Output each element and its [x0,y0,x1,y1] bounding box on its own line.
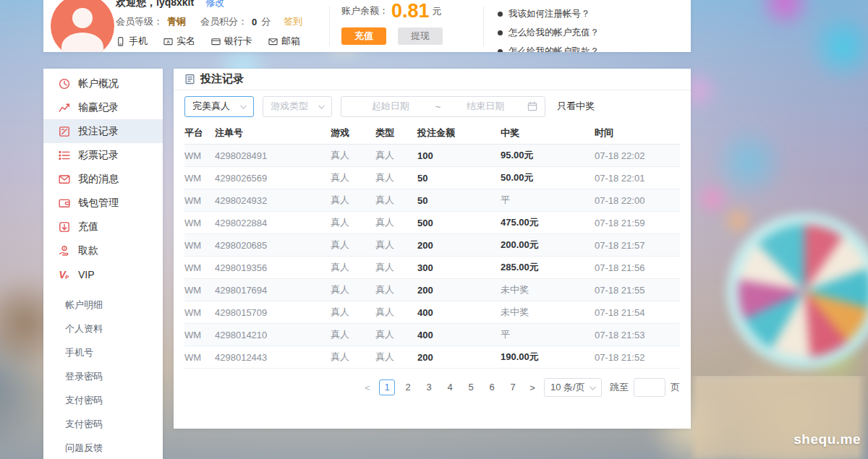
sidebar-item-label: VIP [78,269,95,280]
deposit-button[interactable]: 充值 [341,27,386,45]
order-id-cell: 4298024932 [215,195,331,206]
type-cell: 真人 [375,328,417,341]
column-header: 注单号 [215,126,331,140]
column-header: 类型 [375,126,417,140]
sidebar-item-label: 投注记录 [78,125,119,138]
table-row: WM4298015709真人真人400未中奖07-18 21:54 [184,301,680,324]
page-button-7[interactable]: 7 [505,379,521,395]
table-row: WM4298026569真人真人5050.00元07-18 22:01 [184,167,680,189]
username: lyq8xkit [156,0,194,8]
column-header: 平台 [184,126,215,140]
platform-cell: WM [184,285,215,296]
type-cell: 真人 [375,306,417,319]
sidebar-subitem-login-password[interactable]: 登录密码 [43,364,163,388]
page-button-6[interactable]: 6 [484,379,500,395]
page-size-select[interactable]: 10 条/页 [544,378,602,397]
table-row: WM4298019356真人真人300285.00元07-18 21:56 [184,257,680,279]
sidebar-item-lottery-records[interactable]: 彩票记录 [43,143,163,167]
platform-select[interactable]: 完美真人 [184,96,254,117]
bet-amount-cell: 500 [417,218,501,228]
jump-to-label: 跳至 [610,381,629,394]
sidebar-item-wallet-manage[interactable]: 钱包管理 [43,191,163,215]
sidebar-item-withdraw[interactable]: ¥取款 [43,239,163,262]
order-id-cell: 4298015709 [215,307,331,318]
faq-link-3[interactable]: 怎么给我的帐户取款？ [498,42,599,52]
sidebar-subitem-personal-profile[interactable]: 个人资料 [43,317,163,340]
date-start-placeholder: 起始日期 [349,100,433,113]
verify-item-phone[interactable]: 手机 [116,35,148,48]
faq-link-1[interactable]: 我该如何注册帐号？ [498,4,599,23]
only-wins-filter[interactable]: 只看中奖 [557,100,595,113]
jump-page-input[interactable] [634,378,665,397]
sidebar-subitem-pay-password-1[interactable]: 支付密码 [43,388,163,412]
faq-text: 怎么给我的帐户取款？ [509,46,599,53]
mail-icon [268,37,278,46]
verify-item-realname[interactable]: A实名 [163,35,195,48]
document-icon [184,74,195,85]
phone-icon [116,37,125,46]
chevron-down-icon [318,103,326,111]
time-cell: 07-18 21:52 [595,352,680,363]
bet-amount-cell: 200 [417,285,501,296]
page-button-1[interactable]: 1 [379,379,395,395]
page-button-4[interactable]: 4 [442,379,458,395]
page-button-2[interactable]: 2 [400,379,416,395]
list-icon [58,150,70,161]
sidebar-subitem-account-detail[interactable]: 帐户明细 [43,293,163,317]
platform-cell: WM [184,218,215,228]
calendar-icon [527,101,537,111]
checkin-link[interactable]: 签到 [284,15,302,28]
sidebar-subitem-feedback[interactable]: 问题反馈 [43,436,163,459]
chevron-down-icon [589,384,597,392]
sidebar-item-my-messages[interactable]: 我的消息 [43,167,163,191]
bet-amount-cell: 100 [417,150,501,161]
avatar[interactable] [51,0,114,52]
balance-value: 0.81 [391,1,430,20]
time-cell: 07-18 22:01 [595,173,680,184]
table-row: WM4298020685真人真人200200.00元07-18 21:57 [184,234,680,257]
filter-bar: 完美真人 游戏类型 起始日期 ~ 结束日期 只看中奖 [184,95,691,117]
sidebar-subitem-phone-number[interactable]: 手机号 [43,340,163,364]
sidebar-subitem-pay-password-2[interactable]: 支付密码 [43,412,163,436]
withdraw-button[interactable]: 提现 [398,27,443,45]
svg-text:¥: ¥ [63,246,65,250]
id-card-icon: A [163,37,173,46]
bet-amount-cell: 400 [417,307,501,318]
prev-page-button[interactable]: < [361,382,374,393]
bet-amount-cell: 200 [417,240,501,251]
verify-item-email[interactable]: 邮箱 [268,35,300,48]
faq-link-2[interactable]: 怎么给我的帐户充值？ [498,23,599,42]
page-button-5[interactable]: 5 [463,379,479,395]
sidebar-item-label: 彩票记录 [78,149,119,162]
win-cell: 平 [501,328,595,341]
sidebar-item-winloss-records[interactable]: 输赢纪录 [43,95,163,119]
order-id-cell: 4298028491 [215,150,331,161]
bet-amount-cell: 300 [417,262,501,273]
page-button-3[interactable]: 3 [421,379,437,395]
sidebar-item-label: 帐户概况 [78,77,119,90]
game-type-select[interactable]: 游戏类型 [263,96,332,117]
sidebar-item-label: 充值 [78,220,98,233]
column-header: 时间 [595,126,680,140]
avatar-shoulders-shape [61,33,103,52]
date-range-input[interactable]: 起始日期 ~ 结束日期 [341,96,545,117]
table-row: WM4298012443真人真人200190.00元07-18 21:52 [184,346,680,369]
sidebar-item-deposit[interactable]: 充值 [43,215,163,239]
user-header-card: 欢迎您，lyq8xkit 修改 会员等级：青铜 会员积分：0分 签到 手机A实名… [43,0,691,52]
sidebar-item-vip[interactable]: VPVIP [43,262,163,286]
type-cell: 真人 [375,261,417,274]
date-separator: ~ [433,101,444,112]
next-page-button[interactable]: > [526,382,539,393]
vip-icon: VP [58,269,70,280]
order-id-cell: 4298022884 [215,218,331,228]
sidebar-item-bet-records[interactable]: 投注记录 [43,119,163,143]
edit-profile-link[interactable]: 修改 [205,0,224,9]
verify-item-bankcard[interactable]: 银行卡 [211,35,252,48]
win-cell: 平 [501,194,595,207]
sidebar-item-account-overview[interactable]: 帐户概况 [43,72,163,95]
time-cell: 07-18 22:00 [595,195,680,206]
time-cell: 07-18 22:02 [595,150,680,161]
win-cell: 未中奖 [501,306,595,319]
points-unit: 分 [261,15,271,28]
wallet-icon [58,197,70,209]
